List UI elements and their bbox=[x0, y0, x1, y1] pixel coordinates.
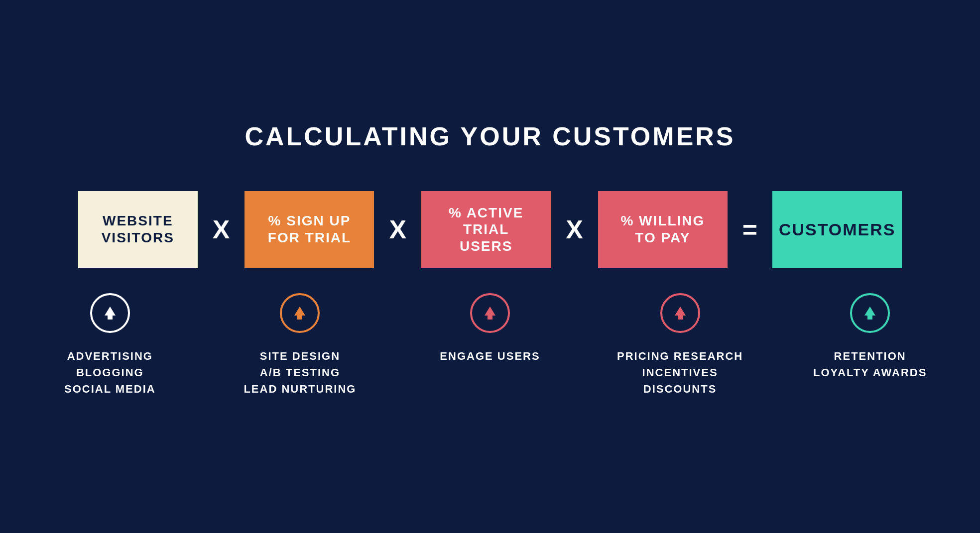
box-visitors-label: WEBSITEVISITORS bbox=[102, 213, 174, 246]
arrows-row: ADVERTISINGBLOGGINGSOCIAL MEDIA SITE DES… bbox=[40, 293, 940, 397]
boxes-row: WEBSITEVISITORS X % SIGN UPFOR TRIAL X %… bbox=[40, 191, 940, 268]
operator-equals: = bbox=[742, 214, 757, 244]
box-active-label: % ACTIVETRIAL USERS bbox=[436, 205, 536, 255]
tip-text-visitors: ADVERTISINGBLOGGINGSOCIAL MEDIA bbox=[64, 348, 156, 397]
arrow-circle-willing bbox=[660, 293, 700, 333]
tip-text-active: ENGAGE USERS bbox=[440, 348, 540, 364]
up-arrow-icon-customers bbox=[861, 305, 878, 321]
box-customers: CUSTOMERS bbox=[772, 191, 902, 268]
operator-2: X bbox=[389, 214, 406, 244]
svg-marker-1 bbox=[294, 307, 305, 320]
operator-1: X bbox=[213, 214, 230, 244]
page-title: CALCULATING YOUR CUSTOMERS bbox=[245, 121, 735, 151]
up-arrow-icon-visitors bbox=[102, 305, 119, 321]
tip-text-willing: PRICING RESEARCHINCENTIVESDISCOUNTS bbox=[617, 348, 743, 397]
svg-marker-2 bbox=[485, 307, 495, 320]
box-willing-label: % WILLINGTO PAY bbox=[620, 213, 705, 246]
box-willing: % WILLINGTO PAY bbox=[598, 191, 728, 268]
svg-marker-4 bbox=[864, 307, 875, 320]
box-customers-label: CUSTOMERS bbox=[779, 219, 896, 240]
tip-col-willing: PRICING RESEARCHINCENTIVESDISCOUNTS bbox=[610, 293, 750, 397]
tip-col-customers: RETENTIONLOYALTY AWARDS bbox=[800, 293, 940, 381]
arrow-circle-active bbox=[470, 293, 510, 333]
arrow-circle-visitors bbox=[90, 293, 130, 333]
tip-col-visitors: ADVERTISINGBLOGGINGSOCIAL MEDIA bbox=[40, 293, 180, 397]
tip-col-active: ENGAGE USERS bbox=[420, 293, 560, 364]
tip-col-signup: SITE DESIGNA/B TESTINGLEAD NURTURING bbox=[230, 293, 370, 397]
operator-3: X bbox=[566, 214, 583, 244]
svg-marker-3 bbox=[675, 307, 686, 320]
tip-text-signup: SITE DESIGNA/B TESTINGLEAD NURTURING bbox=[244, 348, 356, 397]
tip-text-customers: RETENTIONLOYALTY AWARDS bbox=[813, 348, 927, 381]
svg-marker-0 bbox=[105, 307, 116, 320]
up-arrow-icon-willing bbox=[672, 305, 689, 321]
box-visitors: WEBSITEVISITORS bbox=[78, 191, 198, 268]
arrow-circle-customers bbox=[850, 293, 890, 333]
box-signup: % SIGN UPFOR TRIAL bbox=[245, 191, 374, 268]
up-arrow-icon-signup bbox=[291, 305, 308, 321]
formula-section: WEBSITEVISITORS X % SIGN UPFOR TRIAL X %… bbox=[40, 191, 940, 412]
arrow-circle-signup bbox=[280, 293, 320, 333]
box-signup-label: % SIGN UPFOR TRIAL bbox=[268, 213, 351, 246]
box-active: % ACTIVETRIAL USERS bbox=[421, 191, 551, 268]
up-arrow-icon-active bbox=[482, 305, 498, 321]
page-container: CALCULATING YOUR CUSTOMERS WEBSITEVISITO… bbox=[0, 0, 980, 533]
